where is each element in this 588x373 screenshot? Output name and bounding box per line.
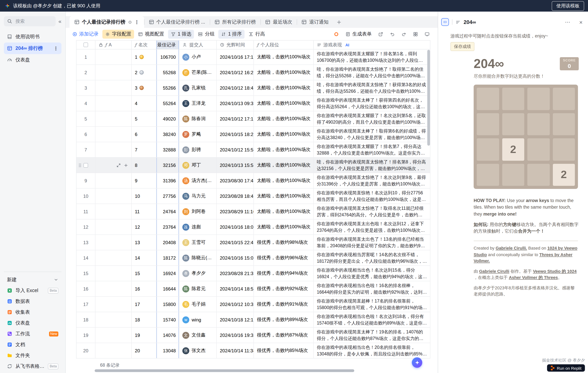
search-input[interactable] <box>15 18 42 24</box>
table-row[interactable]: 191914076文文佳鑫2024/10/16 19:34很优秀，击败约87%场… <box>76 328 430 343</box>
table-row[interactable]: 4455264王王泽龙2024/10/13 09:38太酷啦，击败约100%场次… <box>76 96 430 111</box>
header-a[interactable]: ƒ A <box>95 41 132 50</box>
cell-tier: 太酷啦，击败约100%场次 <box>254 142 314 158</box>
table-row[interactable]: 11106700小小卢2024/10/16 17:15太酷啦，击败约100%场次… <box>76 50 430 65</box>
new-menu-item[interactable]: 从飞书表格同步Beta <box>4 361 62 372</box>
undo-icon[interactable] <box>390 31 395 37</box>
table-row[interactable]: 161616644陈陈君元2024/10/14 18:50很优秀，击败约92%场… <box>76 281 430 297</box>
table-row[interactable]: 151516924孝孝夕夕2023/08/28 21:33很优秀，击败约94%场… <box>76 266 430 281</box>
funnel-icon <box>171 31 176 37</box>
view-tab[interactable]: 个人最佳记录排行榜⋮ <box>70 16 144 28</box>
new-menu-item[interactable]: 文件夹 <box>4 350 62 361</box>
cell-best-score: 16924 <box>157 266 179 281</box>
cell-best-score: 49020 <box>157 111 179 127</box>
cell-submitter: 毛毛子娟 <box>179 297 217 312</box>
view-tab[interactable]: 个人最佳记录排行榜 ... <box>144 16 210 28</box>
header-tier[interactable]: ƒ 个人段位 <box>254 41 314 50</box>
horizontal-scrollbar[interactable] <box>95 369 354 372</box>
table-row[interactable]: 181815740wwing2024/10/18 12:12很优秀，击败约89%… <box>76 312 430 328</box>
row-index-cell: 6 <box>76 127 95 142</box>
table-row[interactable]: 121223764连连彪2024/10/16 18:01太酷啦，击败约100%场… <box>76 219 430 235</box>
table-row[interactable]: 9931396汤汤方杰(金木)2023/08/30 17:49太酷啦，击败约10… <box>76 173 430 188</box>
filter-button[interactable]: 1 筛选 <box>168 30 194 38</box>
table-row[interactable]: 2255268芒芒果(陈生强)2024/10/12 16:23太酷啦，击败约10… <box>76 65 430 80</box>
expand-record-icon[interactable] <box>116 163 121 167</box>
new-menu-item[interactable]: 数据表 <box>4 296 62 307</box>
share-icon[interactable] <box>378 31 383 37</box>
credits-en: Created by Gabriele Cirulli. Based on 10… <box>474 245 579 264</box>
search-box[interactable] <box>4 16 56 26</box>
select-all-checkbox[interactable] <box>84 42 88 47</box>
new-section-header[interactable]: 新建 <box>4 274 62 285</box>
more-options-icon[interactable]: ⋯ <box>565 19 571 25</box>
ai-assistant-button[interactable] <box>412 357 422 368</box>
table-row[interactable]: 832156邓邓丁2024/10/13 15:57太酷啦，击败约100%场次哇，… <box>76 158 430 173</box>
bronze-medal-icon <box>139 86 144 90</box>
table-row[interactable]: 3355266孔孔家锐2024/10/12 18:49太酷啦，击败约100%场次… <box>76 80 430 96</box>
redo-icon[interactable] <box>401 31 406 37</box>
header-time[interactable]: 光辉时间 <box>217 41 254 50</box>
new-menu-item[interactable]: 导入 ExcelBeta <box>4 285 62 296</box>
new-menu-item[interactable]: 文档 <box>4 339 62 350</box>
new-menu-item[interactable]: 工作流New <box>4 328 62 339</box>
tab-more-icon[interactable]: ⋮ <box>134 19 139 25</box>
table-row[interactable]: 111124764刘刘阿卷2023/08/29 11:10太酷啦，击败约100%… <box>76 204 430 219</box>
table-row[interactable]: 5549020陈陈春润2024/10/12 17:15太酷啦，击败约100%场次… <box>76 111 430 127</box>
header-submitter[interactable]: 提交人 <box>179 41 217 50</box>
header-best-score[interactable]: 最佳记录 <box>157 41 179 50</box>
submitter-name: 马力元 <box>192 193 206 199</box>
table-row[interactable]: 141418172陈陈晓云(陈...2024/10/16 15:01很优秀，击败… <box>76 250 430 266</box>
sidebar-item[interactable]: 仪表盘 <box>4 54 62 66</box>
row-height-button[interactable]: 行高 <box>246 30 268 38</box>
header-rank[interactable]: ƒ 名次 <box>132 41 157 50</box>
generate-form-button[interactable]: 生成表单 <box>343 30 374 38</box>
collapse-sidebar-icon[interactable]: « <box>58 18 62 24</box>
add-record-button[interactable]: 添加记录 <box>70 30 101 38</box>
use-template-button[interactable]: 使用该模板 <box>552 1 584 11</box>
score-label: SCORE <box>563 58 576 62</box>
cell-tier: 太酷啦，击败约100%场次 <box>254 80 314 96</box>
field-config-button[interactable]: 字段配置 <box>102 30 134 38</box>
drag-handle-icon[interactable] <box>78 162 82 168</box>
widescreen-icon[interactable] <box>425 31 430 37</box>
item-more-icon[interactable]: ⋮ <box>53 45 58 51</box>
cell-performance: 你在游戏中的表现简直太耀眼了！名次达到第5名，还取得了49020的高分，而且个人… <box>314 111 430 127</box>
cell-time: 2024/10/12 17:15 <box>217 111 254 127</box>
header-performance[interactable]: 游戏表现 AI <box>314 41 430 50</box>
view-config-button[interactable]: 视图配置 <box>135 30 167 38</box>
view-tab[interactable]: 退订通知 <box>297 16 333 28</box>
close-icon[interactable]: × <box>579 19 583 25</box>
game-cell <box>502 88 524 110</box>
group-button[interactable]: 分组 <box>195 30 217 38</box>
run-on-replit-button[interactable]: Run on Replit <box>547 364 585 372</box>
new-menu-item[interactable]: 收集表 <box>4 307 62 318</box>
view-tab[interactable]: 所有记录排行榜 <box>210 16 261 28</box>
record-indicator-icon[interactable] <box>334 31 339 37</box>
cell-time: 2024/10/16 17:15 <box>217 50 254 65</box>
game-cell <box>553 88 575 110</box>
panel-menu-icon[interactable] <box>455 20 461 24</box>
table-row[interactable]: 6638240罗罗飚2024/10/15 18:27太酷啦，击败约100%场次你… <box>76 127 430 142</box>
new-item-label: 工作流 <box>15 331 46 337</box>
view-tab[interactable]: 最近场次 <box>261 16 297 28</box>
add-subitem-icon[interactable] <box>124 163 128 167</box>
table-row[interactable]: 202013048张张文杰2024/10/14 11:38很优秀，击败约85%场… <box>76 343 430 359</box>
code-icon[interactable] <box>441 18 449 26</box>
table-row[interactable]: 131320408王王雪可2024/10/15 22:46很优秀，击败约98%场… <box>76 235 430 250</box>
sort-button[interactable]: 1 排序 <box>219 30 244 38</box>
table-row[interactable]: 101027756马马力元2023/08/28 18:42太酷啦，击败约100%… <box>76 188 430 204</box>
row-checkbox[interactable] <box>84 163 88 167</box>
game-cell <box>477 113 499 135</box>
view-tab-bar: 个人最佳记录排行榜⋮个人最佳记录排行榜 ...所有记录排行榜最近场次退订通知 <box>66 16 438 28</box>
new-menu-item[interactable]: 仪表盘 <box>4 318 62 328</box>
table-row[interactable]: 7732888彭彭骋2024/10/12 15:54太酷啦，击败约100%场次你… <box>76 142 430 158</box>
sidebar-item[interactable]: 204∞ 排行榜⋮ <box>4 42 62 54</box>
view-switch-icon[interactable] <box>413 31 418 37</box>
game-board[interactable]: 22 <box>474 85 578 189</box>
cell-a <box>95 250 132 266</box>
save-score-button[interactable]: 保存成绩 <box>451 42 474 51</box>
sidebar-item[interactable]: 使用说明书 <box>4 31 62 42</box>
add-view-tab-button[interactable] <box>333 16 345 28</box>
vertical-scrollbar[interactable] <box>427 50 430 146</box>
table-row[interactable]: 171715800毛毛子娟2024/10/12 10:36很优秀，击败约91%场… <box>76 297 430 312</box>
